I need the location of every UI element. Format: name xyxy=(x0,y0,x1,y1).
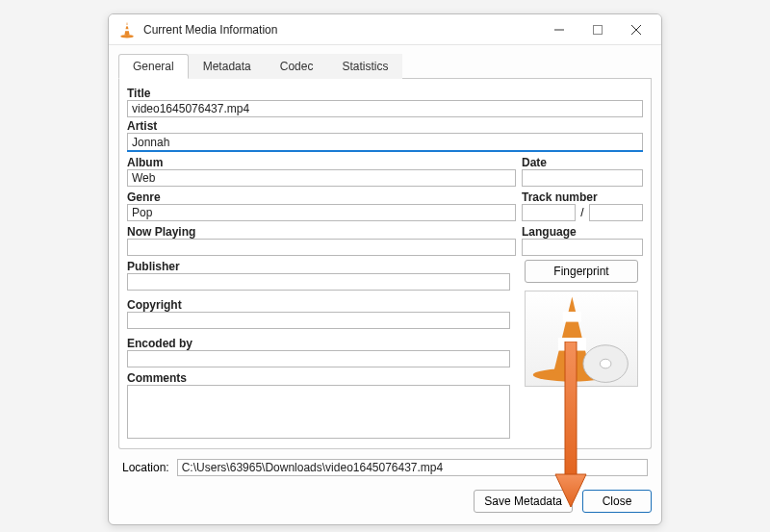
language-input[interactable] xyxy=(522,239,643,256)
genre-input[interactable] xyxy=(127,204,516,221)
svg-rect-5 xyxy=(594,25,603,34)
track-separator: / xyxy=(578,206,585,219)
track-total-input[interactable] xyxy=(589,204,643,221)
vlc-cone-icon xyxy=(118,21,136,38)
svg-rect-2 xyxy=(125,24,129,26)
encoded-by-label: Encoded by xyxy=(127,337,510,350)
comments-input[interactable] xyxy=(127,385,510,439)
svg-point-13 xyxy=(600,359,611,368)
dialog-footer: Save Metadata Close xyxy=(109,486,661,524)
language-label: Language xyxy=(522,225,643,239)
svg-rect-10 xyxy=(563,312,581,322)
tab-bar: General Metadata Codec Statistics xyxy=(118,53,652,79)
location-label: Location: xyxy=(122,461,169,474)
track-number-input[interactable] xyxy=(522,204,576,221)
artist-input[interactable] xyxy=(127,133,643,150)
title-label: Title xyxy=(127,87,643,100)
maximize-button[interactable] xyxy=(578,16,617,43)
comments-label: Comments xyxy=(127,371,510,385)
track-number-label: Track number xyxy=(522,190,643,204)
window-title: Current Media Information xyxy=(143,23,540,37)
save-metadata-button[interactable]: Save Metadata xyxy=(474,490,573,513)
tab-statistics[interactable]: Statistics xyxy=(327,54,402,79)
titlebar: Current Media Information xyxy=(109,14,661,45)
album-input[interactable] xyxy=(127,169,516,187)
minimize-button[interactable] xyxy=(540,16,578,43)
tab-codec[interactable]: Codec xyxy=(266,54,328,79)
media-info-window: Current Media Information General Metada… xyxy=(108,13,662,525)
fingerprint-button[interactable]: Fingerprint xyxy=(525,260,638,283)
now-playing-input[interactable] xyxy=(127,239,516,256)
dialog-content: General Metadata Codec Statistics Title … xyxy=(109,45,661,486)
location-row: Location: xyxy=(118,449,652,482)
genre-label: Genre xyxy=(127,190,516,204)
general-panel: Title Artist Album Date Genre xyxy=(118,79,652,449)
artist-label: Artist xyxy=(127,119,643,133)
svg-rect-3 xyxy=(125,29,130,31)
close-button[interactable]: Close xyxy=(582,490,652,513)
album-art-placeholder xyxy=(525,291,638,387)
encoded-by-input[interactable] xyxy=(127,350,510,367)
svg-rect-11 xyxy=(558,338,586,351)
date-label: Date xyxy=(522,156,643,169)
publisher-input[interactable] xyxy=(127,273,510,291)
copyright-input[interactable] xyxy=(127,312,510,329)
album-label: Album xyxy=(127,156,516,169)
copyright-label: Copyright xyxy=(127,298,510,312)
title-input[interactable] xyxy=(127,100,643,117)
close-window-button[interactable] xyxy=(617,16,655,43)
tab-general[interactable]: General xyxy=(118,54,189,79)
location-input[interactable] xyxy=(177,459,648,476)
svg-point-0 xyxy=(120,35,134,38)
tab-metadata[interactable]: Metadata xyxy=(189,54,266,79)
now-playing-label: Now Playing xyxy=(127,225,516,239)
publisher-label: Publisher xyxy=(127,260,510,273)
date-input[interactable] xyxy=(522,169,643,187)
svg-marker-1 xyxy=(124,21,129,35)
